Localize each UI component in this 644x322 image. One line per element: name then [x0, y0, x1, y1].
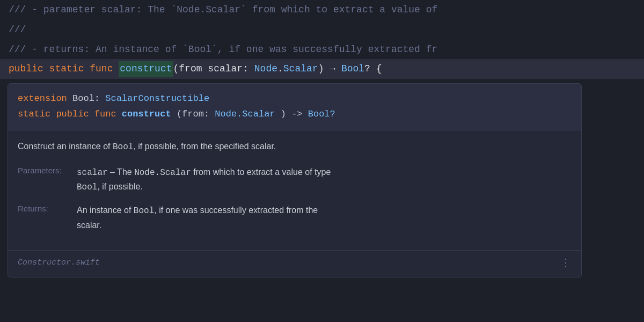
popup-footer: Constructor.swift ⋮: [8, 250, 581, 277]
popup-description: Construct an instance of Bool, if possib…: [18, 140, 572, 153]
keyword-public: public: [9, 61, 43, 77]
desc-bool-mono: Bool: [113, 142, 133, 152]
code-background: /// - parameter scalar: The `Node.Scalar…: [0, 0, 644, 322]
header-keyword-extension: extension: [18, 93, 67, 104]
popup-returns-row: Returns: An instance of Bool, if one was…: [18, 203, 572, 232]
type-node-scalar: Node: [254, 61, 277, 77]
popup-filename: Constructor.swift: [18, 258, 100, 267]
header-bool: Bool:: [72, 93, 105, 104]
question-brace: ? {: [364, 61, 382, 77]
parameters-label: Parameters:: [18, 165, 77, 175]
header-kw-static: static: [18, 109, 50, 119]
returns-bool: Bool: [134, 206, 154, 216]
header-bool-return: Bool?: [308, 109, 335, 119]
arrow: →: [330, 61, 335, 77]
code-line-4: public static func construct ( from scal…: [0, 59, 644, 79]
code-line-1: /// - parameter scalar: The `Node.Scalar…: [0, 0, 644, 20]
return-type: Bool: [341, 61, 364, 77]
code-line-3: /// - returns: An instance of `Bool`, if…: [0, 40, 644, 60]
code-line-2: ///: [0, 20, 644, 40]
keyword-static: static: [49, 61, 84, 77]
header-node-scalar: Node.Scalar: [215, 109, 275, 119]
popup-more-button[interactable]: ⋮: [560, 256, 572, 269]
param-node-scalar: Node.Scalar: [134, 168, 191, 178]
header-kw-func: func: [94, 109, 116, 119]
popup-parameters-row: Parameters: scalar – The Node.Scalar fro…: [18, 165, 572, 195]
returns-label: Returns:: [18, 203, 77, 213]
documentation-popup: extension Bool: ScalarConstructible stat…: [8, 83, 582, 277]
header-scalar-constructible: ScalarConstructible: [105, 93, 209, 104]
param-bool: Bool: [77, 182, 97, 192]
code-lines: /// - parameter scalar: The `Node.Scalar…: [0, 0, 644, 79]
function-name: construct: [119, 61, 173, 77]
param-scalar: scalar: [208, 61, 243, 77]
comment-text-3: /// - returns: An instance of `Bool`, if…: [9, 42, 437, 57]
param-from: from: [179, 61, 202, 77]
comment-text-1: /// - parameter scalar: The `Node.Scalar…: [9, 2, 437, 18]
header-close-arrow: ) ->: [281, 109, 308, 119]
param-close: ): [318, 61, 324, 77]
param-open: (: [173, 61, 179, 77]
popup-header-line1: extension Bool: ScalarConstructible: [18, 91, 572, 107]
dot: .: [277, 61, 283, 77]
type-scalar: Scalar: [283, 61, 318, 77]
popup-body: Construct an instance of Bool, if possib…: [8, 130, 581, 248]
popup-header-line2: static public func construct (from: Node…: [18, 107, 572, 122]
keyword-func: func: [90, 61, 113, 77]
colon: :: [243, 61, 248, 77]
header-kw-public: public: [56, 109, 89, 119]
header-fn-construct: construct: [122, 109, 171, 119]
header-params: (from:: [177, 109, 215, 119]
param-scalar-name: scalar: [77, 168, 108, 178]
returns-content: An instance of Bool, if one was successf…: [77, 203, 572, 232]
comment-text-2: ///: [9, 22, 26, 38]
popup-header: extension Bool: ScalarConstructible stat…: [8, 84, 581, 130]
parameters-content: scalar – The Node.Scalar from which to e…: [77, 165, 572, 195]
